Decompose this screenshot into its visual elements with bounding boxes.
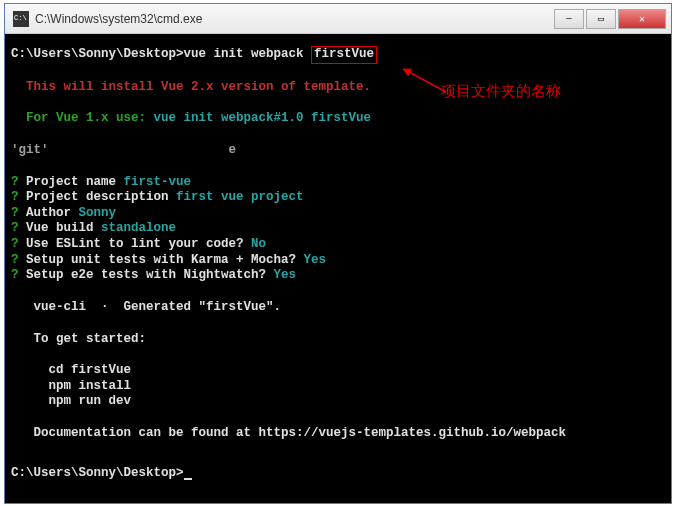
q-author: ? Author Sonny [11, 206, 665, 222]
prompt-line-2: C:\Users\Sonny\Desktop> [11, 466, 665, 482]
close-button[interactable] [618, 9, 666, 29]
cmd-window: C:\Windows\system32\cmd.exe C:\Users\Son… [4, 3, 672, 504]
annotation-text: 项目文件夹的名称 [441, 82, 561, 101]
q-eslint: ? Use ESLint to lint your code? No [11, 237, 665, 253]
prompt-path: C:\Users\Sonny\Desktop> [11, 47, 184, 61]
q-unit-tests: ? Setup unit tests with Karma + Mocha? Y… [11, 253, 665, 269]
generated-line: vue-cli · Generated "firstVue". [11, 300, 665, 316]
npm-run-line: npm run dev [11, 394, 665, 410]
q-project-name: ? Project name first-vue [11, 175, 665, 191]
npm-install-line: npm install [11, 379, 665, 395]
titlebar[interactable]: C:\Windows\system32\cmd.exe [5, 4, 671, 34]
get-started-line: To get started: [11, 332, 665, 348]
terminal-content[interactable]: C:\Users\Sonny\Desktop>vue init webpack … [5, 34, 671, 503]
app-icon [13, 11, 29, 27]
q-e2e-tests: ? Setup e2e tests with Nightwatch? Yes [11, 268, 665, 284]
window-controls [554, 9, 671, 29]
prompt-line-1: C:\Users\Sonny\Desktop>vue init webpack … [11, 46, 665, 64]
highlighted-arg: firstVue [311, 46, 377, 64]
window-title: C:\Windows\system32\cmd.exe [35, 12, 202, 26]
git-line: 'git' е [11, 143, 665, 159]
maximize-button[interactable] [586, 9, 616, 29]
docs-line: Documentation can be found at https://vu… [11, 426, 665, 442]
cd-line: cd firstVue [11, 363, 665, 379]
minimize-button[interactable] [554, 9, 584, 29]
prompt-cmd: vue init webpack [184, 47, 312, 61]
install-warning: This will install Vue 2.x version of tem… [11, 80, 665, 96]
q-project-desc: ? Project description first vue project [11, 190, 665, 206]
q-vue-build: ? Vue build standalone [11, 221, 665, 237]
vue1-hint: For Vue 1.x use: vue init webpack#1.0 fi… [11, 111, 665, 127]
cursor [184, 478, 192, 480]
